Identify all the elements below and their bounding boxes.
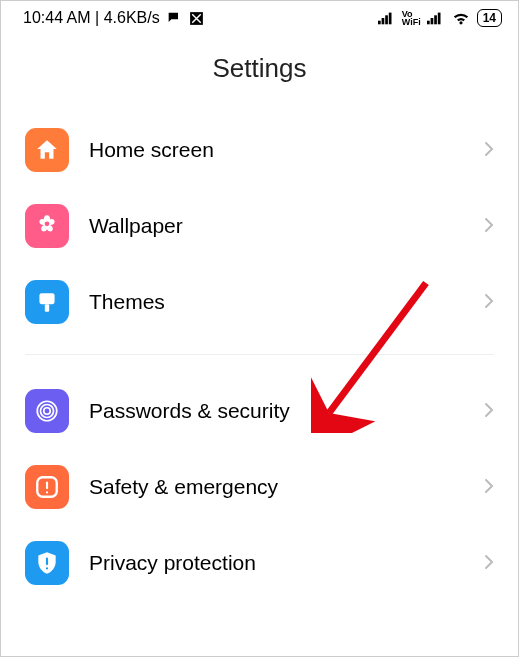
settings-item-home-screen[interactable]: Home screen — [17, 112, 502, 188]
settings-list-group-1: Home screen Wallpaper Themes — [1, 112, 518, 340]
svg-rect-2 — [385, 15, 388, 24]
svg-point-8 — [45, 221, 50, 226]
status-left: 10:44 AM | 4.6KB/s — [23, 9, 205, 27]
status-time: 10:44 AM | 4.6KB/s — [23, 9, 160, 27]
signal-2-icon — [427, 11, 445, 25]
battery-indicator: 14 — [477, 9, 502, 27]
page-title: Settings — [1, 31, 518, 112]
svg-rect-10 — [45, 304, 49, 312]
svg-rect-5 — [430, 18, 433, 24]
svg-rect-9 — [39, 293, 54, 304]
svg-rect-1 — [381, 18, 384, 24]
divider — [25, 354, 494, 355]
chevron-right-icon — [484, 476, 494, 499]
chevron-right-icon — [484, 139, 494, 162]
vowifi-icon: VoWiFi — [402, 10, 421, 26]
settings-item-themes[interactable]: Themes — [17, 264, 502, 340]
svg-rect-4 — [427, 21, 430, 25]
svg-rect-7 — [437, 13, 440, 25]
settings-item-label: Wallpaper — [89, 214, 484, 238]
alert-icon — [25, 465, 69, 509]
chevron-right-icon — [484, 400, 494, 423]
svg-rect-17 — [46, 567, 48, 569]
status-right: VoWiFi 14 — [378, 9, 502, 27]
cast-icon — [188, 10, 205, 27]
settings-item-privacy-protection[interactable]: Privacy protection — [17, 525, 502, 601]
chat-icon — [166, 10, 182, 26]
settings-list-group-2: Passwords & security Safety & emergency … — [1, 373, 518, 601]
wifi-icon — [451, 10, 471, 26]
svg-rect-0 — [378, 21, 381, 25]
status-bar: 10:44 AM | 4.6KB/s VoWiFi 14 — [1, 1, 518, 31]
fingerprint-icon — [25, 389, 69, 433]
svg-point-12 — [41, 405, 54, 418]
settings-item-label: Privacy protection — [89, 551, 484, 575]
svg-rect-3 — [389, 13, 392, 25]
shield-icon — [25, 541, 69, 585]
signal-1-icon — [378, 11, 396, 25]
settings-item-label: Passwords & security — [89, 399, 484, 423]
settings-item-label: Themes — [89, 290, 484, 314]
settings-item-label: Home screen — [89, 138, 484, 162]
chevron-right-icon — [484, 552, 494, 575]
home-icon — [25, 128, 69, 172]
settings-item-passwords-security[interactable]: Passwords & security — [17, 373, 502, 449]
settings-item-wallpaper[interactable]: Wallpaper — [17, 188, 502, 264]
settings-item-safety-emergency[interactable]: Safety & emergency — [17, 449, 502, 525]
chevron-right-icon — [484, 215, 494, 238]
svg-point-13 — [44, 408, 51, 415]
brush-icon — [25, 280, 69, 324]
svg-rect-15 — [46, 491, 48, 493]
svg-rect-16 — [46, 558, 48, 566]
settings-item-label: Safety & emergency — [89, 475, 484, 499]
chevron-right-icon — [484, 291, 494, 314]
svg-rect-6 — [434, 15, 437, 24]
flower-icon — [25, 204, 69, 248]
svg-rect-14 — [46, 482, 48, 490]
